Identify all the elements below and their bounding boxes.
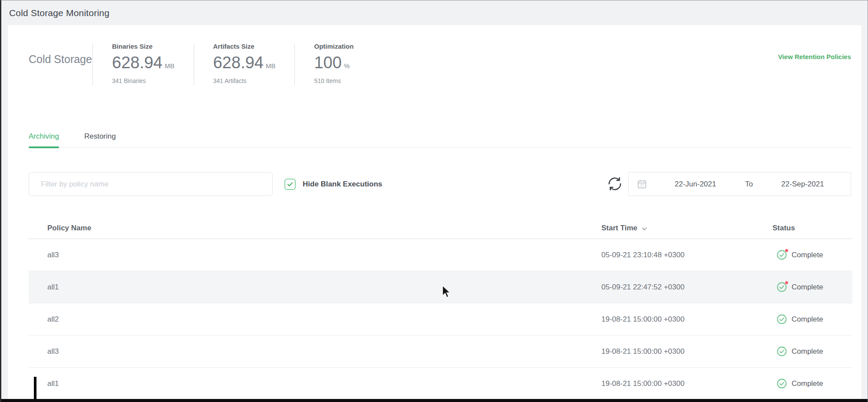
cold-storage-monitoring-window: Cold Storage Monitoring Cold Storage Bin… — [0, 0, 868, 402]
status-cell: Complete — [772, 314, 852, 324]
status-label: Complete — [792, 379, 823, 388]
checkmark-icon — [287, 181, 294, 188]
tab-restoring[interactable]: Restoring — [84, 132, 116, 147]
status-complete-icon — [777, 282, 787, 292]
status-complete-icon — [777, 379, 787, 389]
date-from[interactable]: 22-Jun-2021 — [647, 180, 743, 189]
status-cell: Complete — [772, 282, 852, 292]
overview-heading: Cold Storage — [29, 43, 92, 67]
policy-filter-input[interactable] — [29, 172, 273, 196]
column-status: Status — [772, 224, 852, 233]
start-time-cell: 05-09-21 22:47:52 +0300 — [601, 283, 772, 292]
column-start-time[interactable]: Start Time — [601, 224, 772, 233]
view-retention-policies-link[interactable]: View Retention Policies — [778, 53, 851, 60]
main-panel: Cold Storage Binaries Size 628.94MB 341 … — [8, 25, 861, 402]
status-complete-icon — [777, 250, 787, 260]
status-label: Complete — [792, 347, 823, 356]
status-label: Complete — [792, 315, 823, 324]
status-cell: Complete — [772, 346, 852, 356]
tab-bar: Archiving Restoring — [29, 132, 851, 148]
date-range-picker[interactable]: 22-Jun-2021 To 22-Sep-2021 — [628, 172, 851, 196]
refresh-button[interactable] — [607, 176, 623, 192]
date-to[interactable]: 22-Sep-2021 — [755, 180, 851, 189]
bottom-border-strip — [1, 399, 868, 402]
stat-label: Artifacts Size — [213, 43, 276, 50]
hide-blank-checkbox[interactable] — [284, 179, 296, 190]
page-title: Cold Storage Monitoring — [9, 8, 109, 18]
chevron-down-icon[interactable] — [641, 227, 647, 231]
table-row[interactable]: all2 19-08-21 15:00:00 +0300 Complete — [29, 303, 852, 336]
calendar-icon — [637, 179, 647, 189]
stat-optimization: Optimization 100% 510 Items — [295, 43, 375, 84]
refresh-icon — [607, 176, 622, 191]
status-label: Complete — [792, 251, 823, 259]
stat-label: Binaries Size — [112, 43, 175, 50]
stat-binaries-size: Binaries Size 628.94MB 341 Binaries — [93, 43, 194, 84]
start-time-cell: 19-08-21 15:00:00 +0300 — [601, 379, 772, 388]
date-range-separator: To — [743, 180, 755, 189]
stat-unit: % — [344, 62, 350, 70]
stat-artifacts-size: Artifacts Size 628.94MB 341 Artifacts — [194, 43, 295, 84]
stat-unit: MB — [165, 62, 175, 70]
status-cell: Complete — [772, 250, 852, 260]
hide-blank-executions-toggle[interactable]: Hide Blank Executions — [284, 179, 382, 190]
stat-subtext: 341 Binaries — [112, 77, 175, 84]
status-cell: Complete — [772, 379, 852, 389]
column-policy-name: Policy Name — [47, 224, 601, 233]
start-time-cell: 19-08-21 15:00:00 +0300 — [601, 315, 772, 324]
executions-table: Policy Name Start Time Status all3 05-09… — [29, 218, 852, 400]
hide-blank-label: Hide Blank Executions — [303, 180, 382, 189]
stat-label: Optimization — [314, 43, 356, 50]
table-body: all3 05-09-21 23:10:48 +0300 Complete al… — [29, 239, 852, 400]
table-header: Policy Name Start Time Status — [29, 218, 852, 239]
policy-name-cell: all1 — [47, 379, 601, 388]
start-time-cell: 19-08-21 15:00:00 +0300 — [601, 347, 772, 356]
table-row[interactable]: all3 19-08-21 15:00:00 +0300 Complete — [29, 336, 852, 368]
text-caret-artifact — [34, 377, 36, 401]
filter-bar: Hide Blank Executions — [29, 172, 851, 196]
stat-value: 100 — [314, 53, 341, 72]
table-row[interactable]: all1 05-09-21 22:47:52 +0300 Complete — [29, 271, 852, 303]
table-row[interactable]: all1 19-08-21 15:00:00 +0300 Complete — [29, 368, 852, 400]
notification-dot — [785, 249, 789, 252]
stat-subtext: 510 Items — [314, 77, 356, 84]
window-titlebar: Cold Storage Monitoring — [1, 0, 868, 25]
tab-archiving[interactable]: Archiving — [29, 132, 59, 147]
policy-name-cell: all2 — [47, 315, 601, 324]
status-complete-icon — [777, 314, 787, 324]
overview-section: Cold Storage Binaries Size 628.94MB 341 … — [29, 43, 851, 96]
policy-name-cell: all3 — [47, 251, 601, 259]
stat-unit: MB — [266, 62, 276, 70]
stat-value: 628.94 — [213, 53, 264, 72]
status-label: Complete — [792, 283, 823, 292]
status-complete-icon — [777, 346, 787, 356]
stat-value: 628.94 — [112, 53, 162, 72]
table-row[interactable]: all3 05-09-21 23:10:48 +0300 Complete — [29, 239, 852, 271]
stat-subtext: 341 Artifacts — [213, 77, 276, 84]
notification-dot — [785, 281, 789, 285]
start-time-cell: 05-09-21 23:10:48 +0300 — [601, 251, 772, 259]
policy-name-cell: all1 — [47, 283, 601, 292]
policy-name-cell: all3 — [47, 347, 601, 356]
